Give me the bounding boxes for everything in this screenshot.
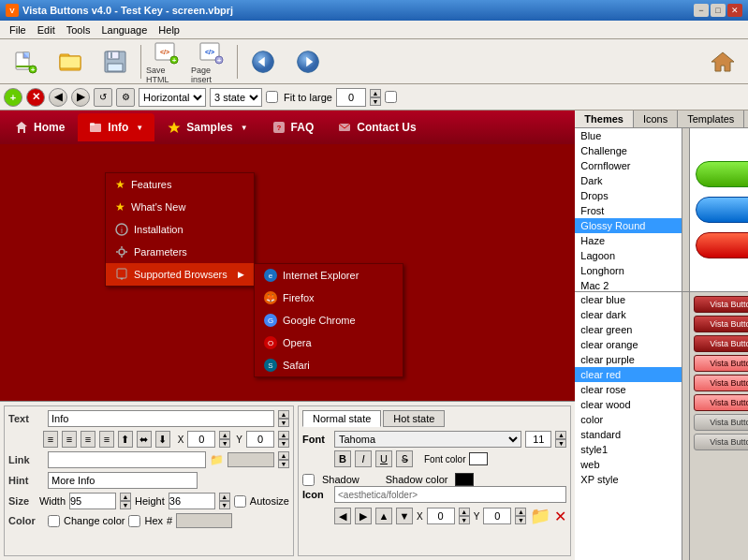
icon-y-input[interactable] (483, 508, 511, 524)
x-down[interactable]: ▼ (219, 439, 230, 448)
remove-button[interactable]: ✕ (26, 88, 45, 107)
menu-help[interactable]: Help (153, 22, 185, 37)
icon-x-down[interactable]: ▼ (459, 516, 470, 524)
save-button[interactable] (94, 42, 137, 81)
browser-ie[interactable]: e Internet Explorer (255, 264, 403, 287)
hint-input[interactable] (48, 472, 198, 489)
menu-tools[interactable]: Tools (61, 22, 96, 37)
height-down[interactable]: ▼ (219, 501, 230, 509)
state-select[interactable]: 3 state 2 state 1 state (210, 88, 262, 107)
subtheme-xp[interactable]: XP style (575, 472, 682, 487)
align-right-button[interactable]: ≡ (81, 431, 95, 448)
width-down[interactable]: ▼ (120, 501, 131, 509)
add-button[interactable]: + (4, 88, 22, 107)
strikethrough-button[interactable]: S̶ (396, 450, 413, 467)
color-swatch[interactable] (176, 513, 232, 528)
height-up[interactable]: ▲ (219, 493, 230, 501)
page-insert-button[interactable]: </> + Page insert (190, 42, 233, 81)
fit-down-button[interactable]: ▼ (370, 97, 381, 106)
open-button[interactable] (49, 42, 92, 81)
themes-scrollbar[interactable] (682, 128, 690, 291)
subtheme-clear-purple[interactable]: clear purple (575, 352, 682, 367)
nav-samples-item[interactable]: Samples ▼ (156, 113, 258, 141)
align-center-button[interactable]: ≡ (62, 431, 77, 448)
subtheme-clear-wood[interactable]: clear wood (575, 397, 682, 412)
icon-delete-button[interactable]: ✕ (554, 508, 566, 525)
vb-dark-3[interactable]: Vista Buttons 3 (694, 335, 748, 352)
align-middle-button[interactable]: ⬌ (137, 431, 152, 448)
width-up[interactable]: ▲ (120, 493, 131, 501)
y-up[interactable]: ▲ (278, 431, 289, 439)
align-bottom-button[interactable]: ⬇ (155, 431, 170, 448)
browser-chrome[interactable]: G Google Chrome (255, 309, 403, 332)
dd-parameters[interactable]: Parameters (106, 241, 254, 263)
fit-large-checkbox[interactable] (266, 91, 278, 103)
preview-red-button[interactable] (696, 232, 748, 258)
theme-haze[interactable]: Haze (575, 233, 682, 248)
icon-browse-button[interactable]: 📁 (530, 506, 550, 526)
title-controls[interactable]: − □ ✕ (694, 4, 742, 17)
shadow-color-swatch[interactable] (455, 473, 474, 486)
orientation-select[interactable]: Horizontal Vertical (139, 88, 206, 107)
fit-up-button[interactable]: ▲ (370, 89, 381, 97)
settings-button[interactable]: ⚙ (116, 88, 135, 107)
theme-blue[interactable]: Blue (575, 128, 682, 143)
italic-button[interactable]: I (355, 450, 372, 467)
subtheme-style1[interactable]: style1 (575, 442, 682, 457)
text-up[interactable]: ▲ (278, 410, 289, 419)
nav-faq-item[interactable]: ? FAQ (261, 113, 326, 141)
theme-challenge[interactable]: Challenge (575, 143, 682, 158)
align-justify-button[interactable]: ≡ (99, 431, 114, 448)
icon-up-button[interactable]: ▲ (375, 508, 392, 524)
vb-gray-1[interactable]: Vista Buttons 1 (694, 414, 748, 431)
font-select[interactable]: Tahoma Arial Times New Roman (334, 431, 521, 448)
change-color-checkbox[interactable] (48, 515, 60, 527)
nav-right-button[interactable]: ▶ (71, 88, 90, 107)
icon-down-button[interactable]: ▼ (396, 508, 413, 524)
link-input[interactable] (48, 451, 206, 468)
height-input[interactable] (169, 493, 215, 509)
theme-cornflower[interactable]: Cornflower (575, 158, 682, 173)
width-input[interactable] (69, 493, 116, 509)
text-down[interactable]: ▼ (278, 419, 289, 427)
dd-installation[interactable]: i Installation (106, 218, 254, 241)
vb-light-2[interactable]: Vista Buttons 2 (694, 375, 748, 391)
menu-file[interactable]: File (4, 22, 32, 37)
theme-frost[interactable]: Frost (575, 203, 682, 218)
close-button[interactable]: ✕ (727, 4, 742, 17)
link-down[interactable]: ▼ (278, 460, 289, 468)
y-down[interactable]: ▼ (278, 439, 289, 448)
subtheme-color[interactable]: color (575, 412, 682, 427)
hex-checkbox[interactable] (128, 515, 140, 527)
icon-left-button[interactable]: ◀ (334, 508, 351, 524)
underline-button[interactable]: U (375, 450, 392, 467)
back-button[interactable] (242, 42, 285, 81)
align-left-button[interactable]: ≡ (43, 431, 58, 448)
subtheme-clear-rose[interactable]: clear rose (575, 382, 682, 397)
icon-x-up[interactable]: ▲ (459, 508, 470, 516)
theme-longhorn[interactable]: Longhorn (575, 263, 682, 278)
bold-button[interactable]: B (334, 450, 351, 467)
subthemes-scrollbar[interactable] (682, 292, 690, 560)
normal-state-tab[interactable]: Normal state (302, 410, 381, 427)
refresh-button[interactable]: ↺ (94, 88, 112, 107)
preview-blue-button[interactable] (696, 197, 748, 223)
link-folder-icon[interactable]: 📁 (210, 453, 224, 466)
theme-lagoon[interactable]: Lagoon (575, 248, 682, 263)
icon-path-input[interactable] (334, 486, 566, 503)
subtheme-standard[interactable]: standard (575, 427, 682, 442)
subtheme-clear-green[interactable]: clear green (575, 322, 682, 337)
menu-language[interactable]: Language (95, 22, 153, 37)
icon-y-down[interactable]: ▼ (515, 516, 526, 524)
templates-tab[interactable]: Templates (678, 111, 744, 127)
fit-value-input[interactable] (336, 88, 366, 107)
y-input[interactable] (246, 431, 274, 448)
home-button[interactable] (701, 42, 744, 81)
subtheme-clear-dark[interactable]: clear dark (575, 307, 682, 322)
x-up[interactable]: ▲ (219, 431, 230, 439)
subtheme-clear-blue[interactable]: clear blue (575, 292, 682, 307)
theme-glossy[interactable]: Glossy Round (575, 218, 682, 233)
browser-safari[interactable]: S Safari (255, 354, 403, 376)
font-size-input[interactable] (525, 431, 551, 448)
nav-contact-item[interactable]: Contact Us (327, 113, 427, 141)
